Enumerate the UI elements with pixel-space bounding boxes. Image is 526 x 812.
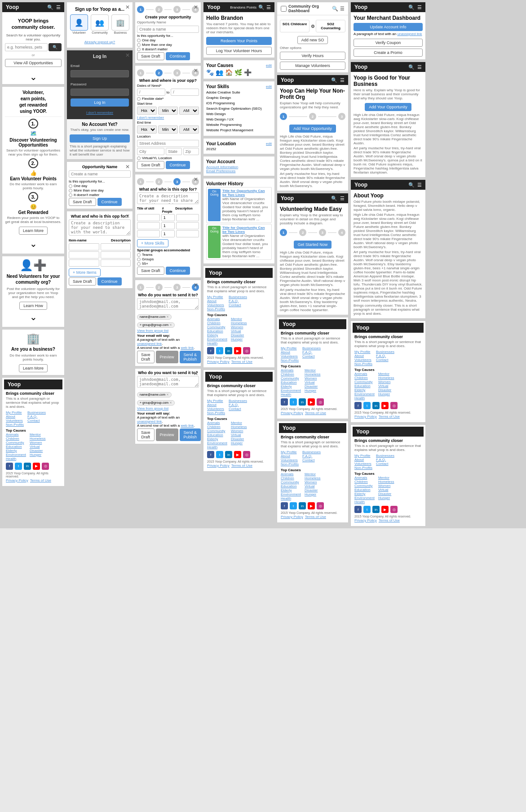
- social-yt-col6a[interactable]: ▶: [381, 402, 389, 409]
- col5b-businesses[interactable]: Businesses: [302, 450, 321, 454]
- close-icon-6[interactable]: ✕: [194, 67, 198, 74]
- save-draft-button-2[interactable]: Save Draft: [69, 277, 96, 286]
- continue-button-3[interactable]: Continue: [166, 52, 190, 60]
- col6b-faq[interactable]: F.A.Q.: [376, 458, 394, 462]
- dont-remember-link[interactable]: I don't remember: [137, 116, 199, 120]
- privacy-col4b[interactable]: Privacy Policy: [207, 464, 230, 468]
- col5a-health[interactable]: Health: [281, 393, 301, 397]
- cause-animals[interactable]: Animals: [6, 433, 26, 437]
- col6a-health[interactable]: Health: [354, 396, 375, 400]
- fp2-volunteers[interactable]: Volunteers: [207, 407, 225, 411]
- social-yt-col5b[interactable]: ▶: [308, 502, 315, 509]
- footer-my-profile[interactable]: My Profile: [6, 410, 24, 415]
- num-people-1[interactable]: [161, 214, 175, 221]
- update-account-button[interactable]: Update Account Info: [354, 23, 423, 31]
- col6a-my-profile[interactable]: My Profile: [354, 350, 372, 354]
- col6a-environment[interactable]: Environment: [354, 392, 375, 396]
- col5a-mentor[interactable]: Mentor: [305, 368, 321, 372]
- zip-input[interactable]: [183, 148, 199, 155]
- location-edit-link[interactable]: edit: [266, 142, 272, 146]
- col6b-about[interactable]: About: [354, 458, 372, 462]
- col5b-community[interactable]: Community: [281, 480, 301, 484]
- fpc-disaster[interactable]: Disaster: [231, 333, 247, 337]
- col5a-contact[interactable]: Contact: [302, 354, 321, 358]
- search-button[interactable]: 🔍: [49, 43, 62, 51]
- skill-title-1[interactable]: [137, 214, 160, 221]
- cause-elderly[interactable]: Elderly: [6, 449, 26, 453]
- fp2c-disaster[interactable]: Disaster: [231, 437, 247, 441]
- view-group-list-1[interactable]: View from group list: [137, 329, 199, 333]
- fp2c-elderly[interactable]: Elderly: [207, 437, 227, 441]
- menu-icon-4[interactable]: ☰: [340, 77, 345, 83]
- settings-icon[interactable]: ⚙: [311, 24, 315, 29]
- email-prefs-link[interactable]: Email Preferences: [206, 169, 272, 173]
- menu-icon-8[interactable]: ☰: [417, 182, 422, 188]
- end-min-select[interactable]: Minutes: [158, 125, 178, 134]
- footer-non-profits[interactable]: Non-Profits: [6, 423, 24, 427]
- recipient-tag-2[interactable]: name@name.com ✕: [137, 392, 172, 397]
- search-icon-5[interactable]: 🔍: [331, 196, 337, 201]
- col5a-non-profits[interactable]: Non-Profits: [281, 358, 299, 362]
- col6b-children[interactable]: Children: [354, 480, 375, 484]
- date-from-input[interactable]: [137, 89, 165, 96]
- web-link-2[interactable]: web link: [181, 424, 194, 428]
- col5b-volunteers[interactable]: Volunteers: [281, 458, 299, 462]
- more-items-button[interactable]: + More Items: [69, 268, 101, 277]
- state-input[interactable]: [166, 148, 182, 155]
- send-publish-button-1[interactable]: Send & Publish: [180, 351, 201, 363]
- col6b-elderly[interactable]: Elderly: [354, 492, 375, 496]
- fp2c-education[interactable]: Education: [207, 433, 227, 437]
- social-fb-col6a[interactable]: f: [354, 402, 362, 409]
- col5b-environment[interactable]: Environment: [281, 492, 301, 496]
- privacy-col5a[interactable]: Privacy Policy: [281, 411, 303, 415]
- social-fb-col4[interactable]: f: [207, 347, 214, 354]
- emails-textarea-1[interactable]: [137, 298, 199, 310]
- login-button[interactable]: Log In: [71, 98, 129, 107]
- cause-women[interactable]: Women: [30, 441, 46, 445]
- more-skills-button[interactable]: + More Skills: [137, 239, 168, 247]
- fp-businesses[interactable]: Businesses: [229, 295, 247, 299]
- group-tag-2[interactable]: + group@group.com ✕: [137, 400, 175, 406]
- skill-desc-3[interactable]: [176, 230, 199, 237]
- privacy-link[interactable]: Privacy Policy: [6, 478, 28, 482]
- fp2c-health[interactable]: Health: [207, 445, 227, 449]
- end-ampm-select[interactable]: AM: [179, 125, 199, 134]
- fp-faq[interactable]: F.A.Q.: [229, 299, 247, 303]
- verify-hours-button[interactable]: Verify Hours: [280, 52, 345, 60]
- social-li-col4b[interactable]: in: [225, 451, 232, 458]
- col6b-volunteers[interactable]: Volunteers: [354, 462, 372, 466]
- col5b-disaster[interactable]: Disaster: [305, 488, 321, 492]
- col6b-homeless[interactable]: Homeless: [378, 480, 394, 484]
- dash-checkbox[interactable]: [281, 6, 287, 12]
- col5a-volunteers[interactable]: Volunteers: [281, 354, 299, 358]
- community-option[interactable]: 👥 Community: [91, 14, 109, 34]
- continue-button-4[interactable]: Continue: [166, 161, 190, 169]
- fpc-community[interactable]: Community: [207, 325, 227, 329]
- col6a-homeless[interactable]: Homeless: [378, 376, 394, 380]
- social-yt-col6b[interactable]: ▶: [381, 506, 389, 513]
- signup-button[interactable]: Sign Up: [70, 134, 130, 143]
- fpc-environment[interactable]: Environment: [207, 337, 227, 341]
- col6b-disaster[interactable]: Disaster: [378, 492, 394, 496]
- fp-contact[interactable]: Contact: [229, 303, 247, 307]
- fp-about[interactable]: About: [207, 299, 225, 303]
- fp2c-children[interactable]: Children: [207, 425, 227, 429]
- already-signed-link[interactable]: Already signed up?: [84, 40, 115, 44]
- fpc-children[interactable]: Children: [207, 321, 227, 325]
- social-fb-col6b[interactable]: f: [354, 506, 362, 513]
- social-fb-col5b[interactable]: f: [281, 502, 288, 509]
- social-tw-col4b[interactable]: t: [216, 451, 223, 458]
- col6a-mentor[interactable]: Mentor: [378, 372, 394, 376]
- continue-button-1[interactable]: Continue: [97, 198, 122, 206]
- col5a-children[interactable]: Children: [281, 372, 301, 376]
- terms-col6b[interactable]: Terms of Use: [379, 518, 400, 522]
- social-li-col6a[interactable]: in: [372, 402, 380, 409]
- col6a-elderly[interactable]: Elderly: [354, 388, 375, 392]
- col5a-homeless[interactable]: Homeless: [305, 372, 321, 376]
- close-icon-9[interactable]: ✕: [194, 370, 198, 377]
- fp2-non-profits[interactable]: Non-Profits: [207, 411, 225, 415]
- social-fb-col4b[interactable]: f: [207, 451, 214, 458]
- manage-volunteers-button[interactable]: Manage Volunteers: [280, 62, 345, 70]
- save-draft-button-6[interactable]: Save Draft: [137, 351, 155, 363]
- item-desc-input-3[interactable]: [101, 259, 131, 267]
